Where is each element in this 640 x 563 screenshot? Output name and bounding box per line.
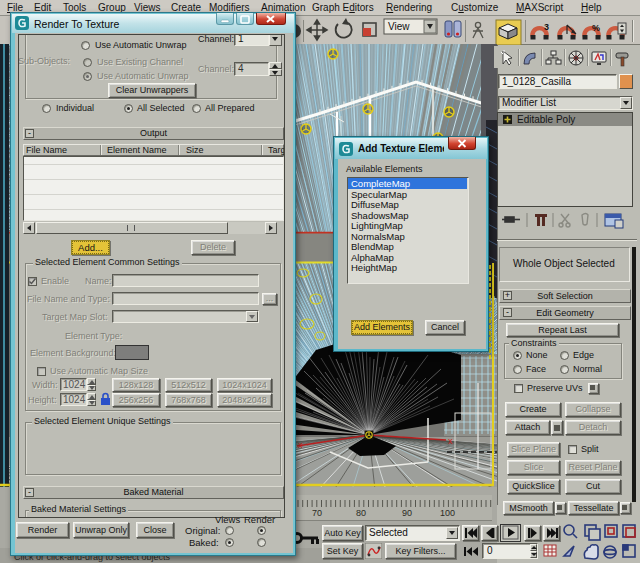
svg-text:3: 3 [544,22,549,32]
svg-text:x: x [298,440,303,450]
svg-text:View: View [388,21,410,32]
svg-text:x: x [448,436,453,446]
svg-text:%: % [592,23,600,33]
